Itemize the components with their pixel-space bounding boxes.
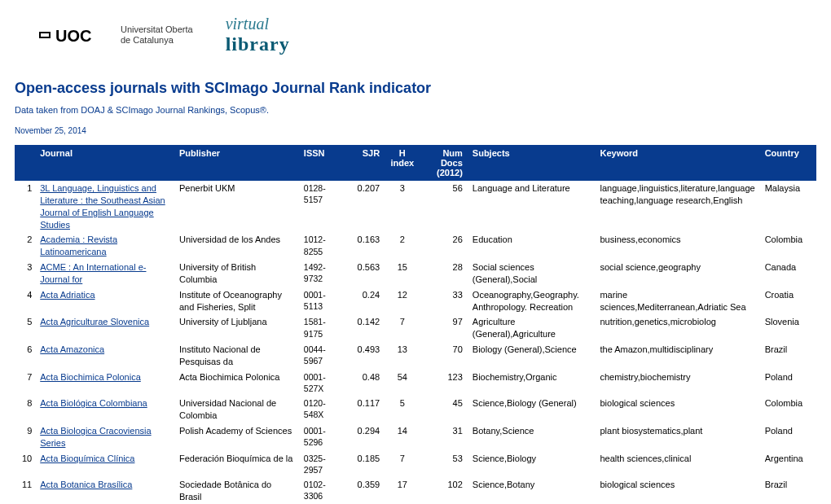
h-cell: 15 xyxy=(385,260,420,287)
journal-link[interactable]: Acta Adriatica xyxy=(40,290,95,300)
h-cell: 14 xyxy=(385,423,420,451)
svg-rect-1 xyxy=(41,33,49,37)
country-cell: Colombia xyxy=(760,232,816,260)
keyword-cell: business,economics xyxy=(595,232,759,260)
header-logos: UOC Universitat Oberta de Catalunya virt… xyxy=(39,15,816,55)
col-subjects: Subjects xyxy=(468,145,596,181)
table-row: 11Acta Botanica BrasílicaSociedade Botân… xyxy=(15,477,816,504)
journal-cell: Acta Botanica Brasílica xyxy=(35,477,174,504)
country-cell: Colombia xyxy=(760,396,816,423)
country-cell: Slovenia xyxy=(760,314,816,342)
publisher-cell: Federación Bioquímica de la xyxy=(174,451,299,477)
table-row: 3ACME : An International e-Journal forUn… xyxy=(15,260,816,287)
issn-cell: 0120-548X xyxy=(299,396,345,423)
table-row: 4Acta AdriaticaInstitute of Oceanography… xyxy=(15,287,816,315)
country-cell: Brazil xyxy=(760,342,816,370)
keyword-cell: marine sciences,Mediterranean,Adriatic S… xyxy=(595,287,759,315)
svg-text:UOC: UOC xyxy=(55,27,91,45)
docs-cell: 70 xyxy=(420,342,467,370)
publisher-cell: Instituto Nacional de Pesquisas da xyxy=(174,342,299,370)
publisher-cell: Acta Biochimica Polonica xyxy=(174,370,299,396)
journal-link[interactable]: Acta Amazonica xyxy=(40,344,104,354)
sjr-cell: 0.24 xyxy=(345,287,385,315)
row-index: 8 xyxy=(15,396,35,423)
docs-cell: 123 xyxy=(420,370,467,396)
issn-cell: 0325-2957 xyxy=(299,451,345,477)
journal-cell: 3L Language, Linguistics and Literature … xyxy=(35,181,174,232)
publisher-cell: Penerbit UKM xyxy=(174,181,299,232)
table-row: 5Acta Agriculturae SlovenicaUniversity o… xyxy=(15,314,816,342)
journal-link[interactable]: Acta Botanica Brasílica xyxy=(40,480,132,489)
journal-cell: Acta Bioquímica Clínica xyxy=(35,451,174,477)
sjr-cell: 0.359 xyxy=(345,477,385,504)
country-cell: Argentina xyxy=(760,451,816,477)
docs-cell: 31 xyxy=(420,423,467,451)
table-row: 2Academia : Revista LatinoamericanaUnive… xyxy=(15,232,816,260)
journal-cell: ACME : An International e-Journal for xyxy=(35,260,174,287)
keyword-cell: biological sciences xyxy=(595,477,759,504)
uoc-text-line1: Universitat Oberta xyxy=(121,24,193,35)
h-cell: 12 xyxy=(385,287,420,315)
h-cell: 13 xyxy=(385,342,420,370)
keyword-cell: social science,geography xyxy=(595,260,759,287)
row-index: 9 xyxy=(15,423,35,451)
journal-link[interactable]: Acta Agriculturae Slovenica xyxy=(40,317,149,327)
col-h: Hindex xyxy=(385,145,420,181)
subjects-cell: Education xyxy=(468,232,596,260)
journal-link[interactable]: Acta Biológica Colombiana xyxy=(40,398,147,408)
keyword-cell: language,linguistics,literature,language… xyxy=(595,181,759,232)
subjects-cell: Oceanography,Geography. Anthropology. Re… xyxy=(468,287,596,315)
h-cell: 3 xyxy=(385,181,420,232)
issn-cell: 0102-3306 xyxy=(299,477,345,504)
uoc-logo: UOC Universitat Oberta de Catalunya xyxy=(39,24,193,46)
country-cell: Brazil xyxy=(760,477,816,504)
publisher-cell: Universidad Nacional de Colombia xyxy=(174,396,299,423)
journal-link[interactable]: Acta Bioquímica Clínica xyxy=(40,454,134,463)
subjects-cell: Biochemistry,Organic xyxy=(468,370,596,396)
journals-table: Journal Publisher ISSN SJR Hindex Num Do… xyxy=(15,145,816,504)
publisher-cell: Sociedade Botânica do Brasil xyxy=(174,477,299,504)
page-date: November 25, 2014 xyxy=(15,126,816,135)
keyword-cell: plant biosystematics,plant xyxy=(595,423,759,451)
sjr-cell: 0.117 xyxy=(345,396,385,423)
subjects-cell: Botany,Science xyxy=(468,423,596,451)
journal-cell: Acta Biológica Colombiana xyxy=(35,396,174,423)
col-issn: ISSN xyxy=(299,145,345,181)
journal-link[interactable]: ACME : An International e-Journal for xyxy=(40,262,146,284)
keyword-cell: biological sciences xyxy=(595,396,759,423)
journal-cell: Acta Biochimica Polonica xyxy=(35,370,174,396)
table-row: 10Acta Bioquímica ClínicaFederación Bioq… xyxy=(15,451,816,477)
h-cell: 54 xyxy=(385,370,420,396)
docs-cell: 28 xyxy=(420,260,467,287)
journal-link[interactable]: Acta Biologica Cracoviensia Series xyxy=(40,426,151,448)
sjr-cell: 0.207 xyxy=(345,181,385,232)
h-cell: 17 xyxy=(385,477,420,504)
table-row: 6Acta AmazonicaInstituto Nacional de Pes… xyxy=(15,342,816,370)
row-index: 11 xyxy=(15,477,35,504)
subjects-cell: Social sciences (General),Social xyxy=(468,260,596,287)
country-cell: Malaysia xyxy=(760,181,816,232)
journal-link[interactable]: Acta Biochimica Polonica xyxy=(40,372,141,382)
col-keyword: Keyword xyxy=(595,145,759,181)
journal-link[interactable]: 3L Language, Linguistics and Literature … xyxy=(40,183,165,230)
journal-cell: Acta Amazonica xyxy=(35,342,174,370)
issn-cell: 0044-5967 xyxy=(299,342,345,370)
docs-cell: 26 xyxy=(420,232,467,260)
table-row: 8Acta Biológica ColombianaUniversidad Na… xyxy=(15,396,816,423)
issn-cell: 0001-5296 xyxy=(299,423,345,451)
row-index: 2 xyxy=(15,232,35,260)
issn-cell: 0001-527X xyxy=(299,370,345,396)
sjr-cell: 0.163 xyxy=(345,232,385,260)
publisher-cell: Institute of Oceanography and Fisheries,… xyxy=(174,287,299,315)
journal-link[interactable]: Academia : Revista Latinoamericana xyxy=(40,234,117,256)
h-cell: 7 xyxy=(385,451,420,477)
table-row: 9Acta Biologica Cracoviensia SeriesPolis… xyxy=(15,423,816,451)
row-index: 5 xyxy=(15,314,35,342)
sjr-cell: 0.142 xyxy=(345,314,385,342)
publisher-cell: Polish Academy of Sciences xyxy=(174,423,299,451)
subjects-cell: Language and Literature xyxy=(468,181,596,232)
subjects-cell: Science,Biology (General) xyxy=(468,396,596,423)
row-index: 7 xyxy=(15,370,35,396)
row-index: 1 xyxy=(15,181,35,232)
subjects-cell: Agriculture (General),Agriculture xyxy=(468,314,596,342)
